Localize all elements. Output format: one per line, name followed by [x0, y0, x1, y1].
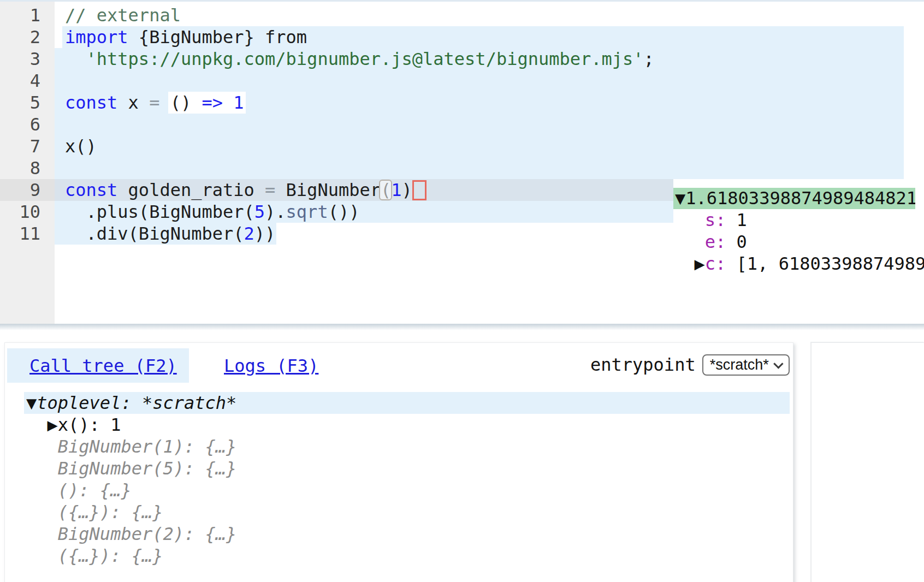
- result-value-bar[interactable]: ▼1.61803398874989484821: [673, 188, 915, 209]
- line-number: 6: [0, 114, 55, 135]
- code-line[interactable]: [65, 157, 654, 179]
- expand-triangle-icon[interactable]: ▶: [695, 253, 705, 274]
- call-tree-row[interactable]: BigNumber(5): {…}: [24, 458, 790, 479]
- line-number: 3: [0, 48, 55, 70]
- code-line[interactable]: x(): [65, 135, 654, 157]
- text-cursor: [412, 180, 427, 200]
- logs-tab-link[interactable]: Logs (F3): [224, 355, 318, 376]
- code-editor[interactable]: 1234567891011 // externalimport {BigNumb…: [0, 0, 924, 324]
- call-tree-tab-link[interactable]: Call tree (F2): [29, 355, 177, 376]
- bracket-match-box: [379, 180, 392, 200]
- line-number: 1: [0, 4, 55, 26]
- line-number: 4: [0, 70, 55, 92]
- object-field-row: s: 1: [673, 209, 924, 231]
- collapse-triangle-icon[interactable]: ▼: [675, 188, 685, 209]
- tab-call-tree[interactable]: Call tree (F2): [7, 348, 189, 383]
- details-panel: [811, 342, 924, 582]
- call-tree-row[interactable]: ▶x(): 1: [24, 414, 790, 436]
- call-tree-row[interactable]: BigNumber(1): {…}: [24, 436, 790, 458]
- chevron-down-icon: [773, 359, 783, 369]
- object-field-row: e: 0: [673, 231, 924, 253]
- code-line[interactable]: const x = () => 1: [65, 92, 654, 114]
- call-tree-row[interactable]: (): {…}: [24, 479, 790, 501]
- line-number: 10: [0, 201, 55, 223]
- entrypoint-selected-value: *scratch*: [710, 357, 769, 373]
- call-tree-panel: Call tree (F2) Logs (F3) entrypoint *scr…: [4, 342, 793, 582]
- code-line[interactable]: .div(BigNumber(2)): [65, 223, 654, 245]
- line-numbers: 1234567891011: [0, 4, 55, 245]
- collapse-triangle-icon[interactable]: ▼: [26, 392, 37, 414]
- line-number: 2: [0, 26, 55, 48]
- executed-code-highlight-notch: [55, 26, 62, 48]
- call-tree-row[interactable]: ▼toplevel: *scratch*: [24, 392, 790, 414]
- editor-top-border: [0, 0, 924, 2]
- editor-bottom-shadow: [0, 324, 924, 330]
- line-number: 8: [0, 157, 55, 179]
- code-line[interactable]: [65, 114, 654, 135]
- line-number: 9: [0, 179, 55, 201]
- call-tree-row[interactable]: ({…}): {…}: [24, 501, 790, 523]
- tab-logs[interactable]: Logs (F3): [189, 348, 318, 383]
- code-line[interactable]: .plus(BigNumber(5).sqrt()): [65, 201, 654, 223]
- result-value: 1.61803398874989484821: [685, 188, 915, 209]
- code-line[interactable]: 'https://unpkg.com/bignumber.js@latest/b…: [65, 48, 654, 70]
- call-tree: ▼toplevel: *scratch* ▶x(): 1 BigNumber(1…: [24, 392, 790, 567]
- leporello-app: 1234567891011 // externalimport {BigNumb…: [0, 0, 924, 582]
- code-line[interactable]: [65, 70, 654, 92]
- entrypoint-control: entrypoint *scratch*: [590, 353, 790, 377]
- call-tree-row[interactable]: ({…}): {…}: [24, 545, 790, 567]
- code-line[interactable]: import {BigNumber} from: [65, 26, 654, 48]
- code-line[interactable]: const golden_ratio = BigNumber(1): [65, 179, 654, 201]
- entrypoint-label: entrypoint: [590, 354, 696, 375]
- inline-result-overlay: ▼1.61803398874989484821 s: 1 e: 0 ▶c: [1…: [673, 188, 924, 278]
- line-number-gutter: 1234567891011: [0, 0, 55, 324]
- code-text[interactable]: // externalimport {BigNumber} from 'http…: [65, 4, 654, 245]
- expand-triangle-icon[interactable]: ▶: [48, 414, 58, 436]
- line-number: 7: [0, 135, 55, 157]
- tab-bar: Call tree (F2) Logs (F3): [7, 348, 318, 383]
- object-fields: s: 1 e: 0 ▶c: [1, 61803398874989: [673, 209, 924, 275]
- line-number: 11: [0, 223, 55, 245]
- call-tree-row[interactable]: BigNumber(2): {…}: [24, 523, 790, 545]
- line-number: 5: [0, 92, 55, 114]
- code-line[interactable]: // external: [65, 4, 654, 26]
- object-field-row[interactable]: ▶c: [1, 61803398874989: [673, 253, 924, 275]
- entrypoint-select[interactable]: *scratch*: [702, 354, 790, 376]
